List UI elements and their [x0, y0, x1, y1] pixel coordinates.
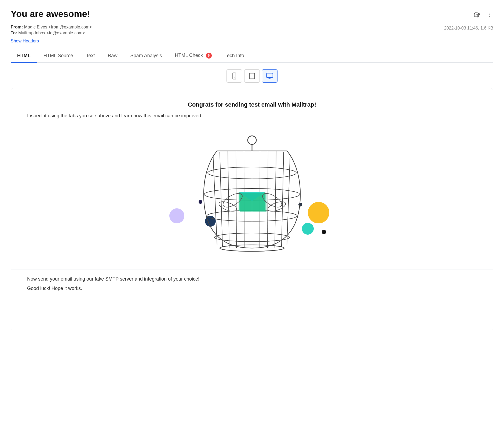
cage-illustration: [158, 127, 346, 262]
svg-line-27: [275, 151, 276, 248]
from-value: Magic Elves <from@example.com>: [24, 25, 92, 29]
svg-point-0: [489, 13, 490, 13]
email-viewer: You are awesome!: [0, 0, 504, 341]
tablet-preview-button[interactable]: [244, 69, 260, 83]
tab-tech-info[interactable]: Tech Info: [218, 49, 251, 62]
svg-rect-7: [266, 73, 273, 78]
svg-line-28: [282, 152, 284, 247]
mobile-preview-button[interactable]: [227, 69, 242, 83]
email-date-size: 2022-10-03 11:46, 1.6 KB: [444, 25, 493, 31]
tab-html-source[interactable]: HTML Source: [37, 49, 79, 62]
svg-point-2: [489, 16, 490, 17]
svg-point-1: [489, 14, 490, 15]
tab-html-check[interactable]: HTML Check 6: [168, 49, 218, 62]
email-header: You are awesome!: [11, 9, 493, 20]
forward-button[interactable]: [472, 10, 481, 20]
tab-spam-analysis[interactable]: Spam Analysis: [124, 49, 168, 62]
svg-point-11: [199, 200, 202, 204]
email-subject: You are awesome!: [11, 9, 90, 19]
tab-raw[interactable]: Raw: [101, 49, 124, 62]
email-outro: Now send your email using our fake SMTP …: [27, 276, 477, 291]
email-content-wrapper: Congrats for sending test email with Mai…: [11, 88, 493, 330]
outro-line-2: Good luck! Hope it works.: [27, 286, 477, 291]
show-headers-link[interactable]: Show Headers: [11, 39, 39, 43]
to-field: To: Mailtrap Inbox <to@example.com>: [11, 31, 92, 35]
email-body-heading: Congrats for sending test email with Mai…: [27, 101, 477, 108]
svg-point-14: [308, 202, 329, 223]
svg-point-10: [169, 208, 184, 223]
to-label: To:: [11, 31, 17, 35]
more-options-button[interactable]: [485, 11, 493, 20]
content-divider: [11, 270, 493, 270]
svg-point-13: [298, 203, 302, 206]
to-value: Mailtrap Inbox <to@example.com>: [18, 31, 85, 35]
header-actions: [472, 9, 493, 20]
tabs-bar: HTML HTML Source Text Raw Spam Analysis …: [11, 49, 493, 63]
from-field: From: Magic Elves <from@example.com>: [11, 25, 92, 30]
preview-controls: [11, 63, 493, 88]
outro-line-1: Now send your email using our fake SMTP …: [27, 276, 477, 282]
svg-line-20: [220, 152, 222, 247]
html-check-badge: 6: [206, 53, 212, 59]
email-meta: From: Magic Elves <from@example.com> To:…: [11, 25, 493, 35]
tab-text[interactable]: Text: [79, 49, 101, 62]
tab-html[interactable]: HTML: [11, 49, 37, 62]
svg-point-17: [248, 136, 256, 144]
svg-point-16: [322, 230, 326, 234]
svg-line-21: [228, 151, 229, 248]
svg-point-15: [302, 223, 314, 235]
email-body: Congrats for sending test email with Mai…: [11, 88, 493, 330]
email-body-intro: Inspect it using the tabs you see above …: [27, 113, 477, 119]
desktop-preview-button[interactable]: [262, 69, 277, 83]
from-label: From:: [11, 25, 23, 29]
meta-left: From: Magic Elves <from@example.com> To:…: [11, 25, 92, 35]
